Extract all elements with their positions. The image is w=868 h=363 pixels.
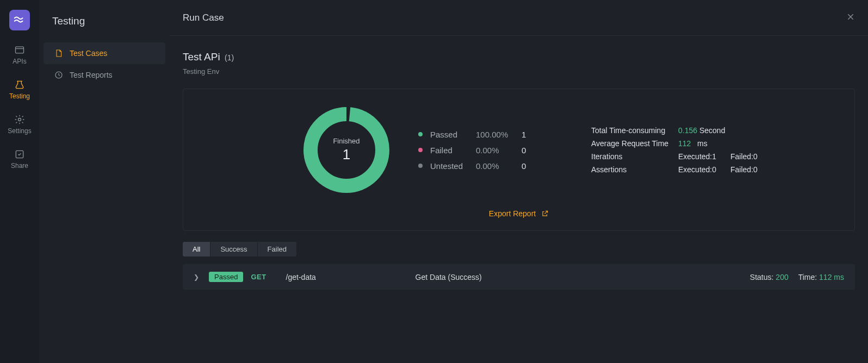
content: Test APi (1) Testing Env Finished 1: [170, 36, 868, 363]
sidebar-item-test-reports[interactable]: Test Reports: [44, 64, 165, 86]
rail-item-settings[interactable]: Settings: [0, 114, 39, 135]
close-icon: [846, 12, 855, 21]
donut-label: Finished: [333, 137, 359, 145]
filter-tab-all[interactable]: All: [183, 242, 210, 256]
filter-tabs: All Success Failed: [183, 242, 855, 256]
page-title: Run Case: [183, 12, 224, 23]
rail-label: Settings: [8, 127, 31, 135]
rail-label: APIs: [13, 58, 26, 65]
logo-icon: [14, 14, 26, 26]
env-name: Testing Env: [183, 67, 855, 76]
sidebar-item-label: Test Cases: [70, 49, 107, 58]
status-badge: Passed: [209, 272, 243, 282]
legend: Passed 100.00% 1 Failed 0.00% 0 Untested…: [418, 130, 532, 171]
summary-panel: Finished 1 Passed 100.00% 1 Failed: [183, 89, 855, 231]
main-panel: Run Case Test APi (1) Testing Env Finish…: [170, 0, 868, 363]
donut-chart: Finished 1: [301, 104, 392, 196]
svg-point-1: [18, 118, 21, 121]
export-report-button[interactable]: Export Report: [489, 209, 549, 218]
svg-rect-0: [16, 47, 24, 53]
case-name: Test APi: [183, 51, 220, 62]
result-name: Get Data (Success): [416, 273, 740, 281]
chevron-right-icon[interactable]: ❯: [194, 273, 199, 281]
dot-icon: [418, 148, 423, 152]
sidebar-item-test-cases[interactable]: Test Cases: [44, 42, 165, 64]
settings-icon: [14, 114, 25, 125]
close-button[interactable]: [846, 12, 855, 23]
dot-icon: [418, 164, 423, 168]
case-count: (1): [225, 53, 234, 62]
main-header: Run Case: [170, 0, 868, 36]
rail-item-share[interactable]: Share: [0, 149, 39, 170]
metric-avg-time: Average Request Time 112 ms: [591, 139, 758, 148]
rail-item-apis[interactable]: APIs: [0, 45, 39, 65]
nav-rail: APIs Testing Settings Share: [0, 0, 39, 363]
http-method: GET: [251, 273, 266, 281]
rail-label: Testing: [9, 92, 30, 100]
rail-item-testing[interactable]: Testing: [0, 79, 39, 100]
external-link-icon: [541, 210, 549, 217]
export-label: Export Report: [489, 209, 536, 218]
dot-icon: [418, 132, 423, 136]
case-heading: Test APi (1): [183, 51, 855, 63]
metric-assertions: Assertions Executed:0Failed:0: [591, 165, 758, 174]
sidebar-item-label: Test Reports: [70, 71, 113, 79]
apis-icon: [14, 45, 25, 55]
metric-total-time: Total Time-consuming 0.156 Second: [591, 126, 758, 135]
share-icon: [14, 149, 25, 160]
legend-passed: Passed 100.00% 1: [418, 130, 532, 139]
legend-failed: Failed 0.00% 0: [418, 146, 532, 155]
filter-tab-success[interactable]: Success: [210, 242, 257, 256]
clock-icon: [54, 71, 63, 79]
file-icon: [54, 49, 63, 58]
sidebar: Testing Test Cases Test Reports: [39, 0, 170, 363]
rail-label: Share: [11, 162, 28, 170]
result-status: Status: 200: [750, 273, 789, 281]
metric-iterations: Iterations Executed:1Failed:0: [591, 152, 758, 161]
donut-value: 1: [343, 146, 350, 163]
testing-icon: [14, 79, 25, 90]
result-time: Time: 112 ms: [798, 273, 844, 281]
app-logo: [9, 10, 30, 30]
metrics: Total Time-consuming 0.156 Second Averag…: [591, 126, 758, 174]
result-row[interactable]: ❯ Passed GET /get-data Get Data (Success…: [183, 264, 855, 290]
sidebar-title: Testing: [39, 11, 170, 42]
legend-untested: Untested 0.00% 0: [418, 161, 532, 171]
request-path: /get-data: [286, 273, 406, 281]
filter-tab-failed[interactable]: Failed: [258, 242, 296, 256]
